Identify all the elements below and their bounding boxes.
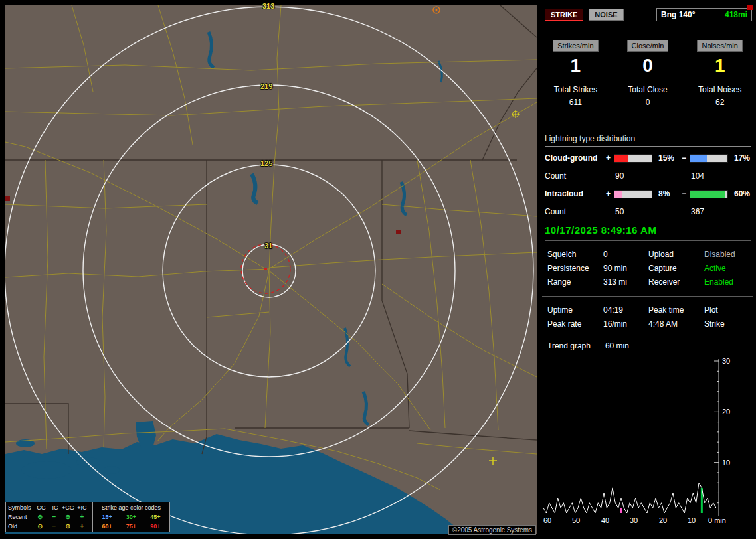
bearing-readout: Bng 140° 418mi bbox=[656, 8, 752, 21]
svg-text:20: 20 bbox=[722, 408, 730, 416]
age-code: 60+ bbox=[102, 522, 112, 531]
bearing-distance: 418mi bbox=[725, 10, 747, 19]
noises-per-min-button[interactable]: Noises/min bbox=[697, 40, 742, 52]
range-label: Range bbox=[547, 277, 603, 287]
ic-plus-bar-fill bbox=[614, 191, 622, 198]
cg-minus-bar bbox=[690, 154, 728, 163]
peak-time-label: Peak time bbox=[648, 305, 704, 315]
age-code: 75+ bbox=[126, 522, 136, 531]
close-per-min-button[interactable]: Close/min bbox=[627, 40, 669, 52]
ic-minus-percent: 60% bbox=[731, 189, 755, 198]
peak-time-value: 4:48 AM bbox=[648, 319, 704, 329]
distribution-title: Lightning type distribution bbox=[545, 134, 751, 147]
age-code: 90+ bbox=[150, 522, 160, 531]
cg-plus-count: 90 bbox=[614, 171, 655, 181]
legend-row-recent: Recent bbox=[8, 512, 33, 522]
persistence-value: 90 min bbox=[603, 264, 648, 273]
distribution-table: Cloud-ground + 15% − 17% Count 90 104 In… bbox=[545, 150, 755, 222]
old-ncg-icon: ⊖ bbox=[33, 522, 47, 531]
status-panel: STRIKE NOISE Bng 140° 418mi Strikes/min … bbox=[539, 0, 756, 539]
noises-column: Noises/min 1 Total Noises 62 bbox=[684, 40, 756, 107]
ic-plus-bar bbox=[614, 190, 652, 198]
svg-text:10: 10 bbox=[722, 459, 730, 467]
capture-status: Active bbox=[704, 264, 756, 273]
ic-minus-bar bbox=[690, 190, 728, 198]
recent-nic-icon: − bbox=[47, 512, 61, 522]
old-nic-icon: − bbox=[47, 522, 61, 531]
total-noises-label: Total Noises bbox=[684, 85, 756, 94]
trend-window-value: 60 min bbox=[605, 341, 629, 350]
upload-status: Disabled bbox=[704, 250, 756, 259]
minus-sign: − bbox=[682, 189, 690, 198]
x-tick-label: 30 bbox=[630, 516, 638, 524]
detector-position-marker bbox=[264, 268, 267, 270]
recent-pcg-icon: ⊕ bbox=[61, 512, 75, 522]
ic-minus-bar-fill bbox=[690, 191, 725, 198]
noise-mode-button[interactable]: NOISE bbox=[589, 9, 623, 21]
capture-label: Capture bbox=[648, 264, 704, 273]
persistence-label: Persistence bbox=[547, 264, 603, 273]
legend-age-header: Strike age color codes bbox=[95, 503, 167, 512]
squelch-label: Squelch bbox=[547, 250, 603, 259]
recent-ncg-icon: ⊖ bbox=[33, 512, 47, 522]
map-legend: Symbols -CG -IC +CG +IC Recent ⊖ − ⊕ + O… bbox=[5, 502, 170, 532]
age-code: 45+ bbox=[150, 512, 160, 522]
x-tick-label: 50 bbox=[572, 516, 580, 524]
receiver-status: Enabled bbox=[704, 277, 756, 287]
svg-text:30: 30 bbox=[722, 357, 730, 365]
cloud-ground-row: Cloud-ground + 15% − 17% bbox=[545, 150, 755, 166]
total-close-value: 0 bbox=[612, 98, 684, 107]
legend-col-pic: +IC bbox=[75, 503, 89, 512]
close-per-min-value: 0 bbox=[612, 54, 684, 77]
divider bbox=[542, 296, 753, 297]
cg-minus-bar-fill bbox=[690, 155, 707, 162]
age-code: 15+ bbox=[102, 512, 112, 522]
alarm-indicator bbox=[747, 5, 753, 10]
legend-symbols-section: Symbols -CG -IC +CG +IC Recent ⊖ − ⊕ + O… bbox=[6, 502, 92, 532]
old-pcg-icon: ⊕ bbox=[61, 522, 75, 531]
total-strikes-label: Total Strikes bbox=[539, 85, 612, 94]
trend-graph-label: Trend graph bbox=[547, 341, 591, 350]
status-grid: Uptime 04:19 Peak time Plot Peak rate 16… bbox=[547, 305, 756, 329]
strike-mode-button[interactable]: STRIKE bbox=[545, 9, 583, 21]
legend-col-ncg: -CG bbox=[33, 503, 47, 512]
total-strikes-value: 611 bbox=[539, 98, 612, 107]
uptime-value: 04:19 bbox=[603, 305, 648, 315]
legend-age-section: Strike age color codes 15+ 30+ 45+ 60+ 7… bbox=[92, 502, 169, 532]
recent-pic-icon: + bbox=[75, 512, 89, 522]
strikes-column: Strikes/min 1 Total Strikes 611 bbox=[539, 40, 612, 107]
ic-plus-percent: 8% bbox=[655, 189, 682, 198]
close-column: Close/min 0 Total Close 0 bbox=[612, 40, 684, 107]
intracloud-row: Intracloud + 8% − 60% bbox=[545, 186, 755, 202]
trend-x-axis-labels: 60 50 40 30 20 10 0 min bbox=[542, 516, 753, 526]
rate-columns: Strikes/min 1 Total Strikes 611 Close/mi… bbox=[539, 40, 756, 107]
intracloud-label: Intracloud bbox=[545, 189, 606, 198]
cg-minus-percent: 17% bbox=[731, 153, 755, 163]
legend-col-pcg: +CG bbox=[61, 503, 75, 512]
total-close-label: Total Close bbox=[612, 85, 684, 94]
upload-label: Upload bbox=[648, 250, 704, 259]
strikes-per-min-button[interactable]: Strikes/min bbox=[553, 40, 598, 52]
ic-minus-count: 367 bbox=[690, 207, 731, 216]
noise-symbol bbox=[5, 196, 10, 201]
minus-sign: − bbox=[682, 153, 690, 163]
trend-graph: 102030 bbox=[542, 356, 753, 519]
x-tick-label: 0 min bbox=[708, 516, 726, 524]
copyright-notice: ©2005 Astrogenic Systems bbox=[448, 525, 536, 535]
cg-plus-percent: 15% bbox=[655, 153, 682, 163]
divider bbox=[542, 220, 753, 220]
divider bbox=[542, 129, 753, 129]
ic-plus-count: 50 bbox=[614, 207, 655, 216]
count-label: Count bbox=[545, 207, 606, 216]
range-ring-label: 313 bbox=[262, 2, 274, 10]
cg-minus-count: 104 bbox=[690, 171, 731, 181]
uptime-label: Uptime bbox=[547, 305, 603, 315]
legend-symbols-header: Symbols bbox=[8, 503, 33, 512]
plot-mode-value: Strike bbox=[704, 319, 756, 329]
peak-rate-value: 16/min bbox=[603, 319, 648, 329]
bearing-value: Bng 140° bbox=[661, 10, 695, 19]
x-tick-label: 60 bbox=[543, 516, 551, 524]
settings-grid: Squelch 0 Upload Disabled Persistence 90… bbox=[547, 250, 756, 287]
x-tick-label: 40 bbox=[601, 516, 609, 524]
intracloud-count-row: Count 50 367 bbox=[545, 202, 755, 222]
